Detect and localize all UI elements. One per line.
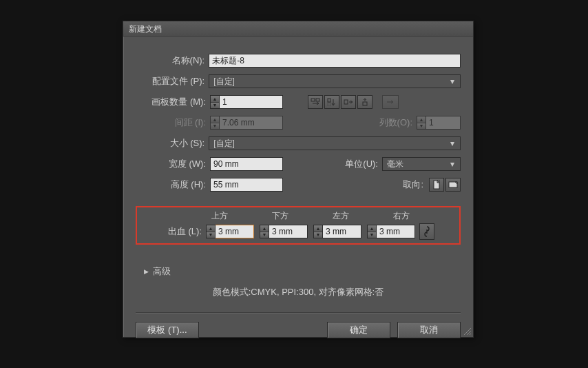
- profile-value: [自定]: [213, 76, 235, 88]
- bleed-right-input[interactable]: [377, 225, 415, 238]
- height-input[interactable]: [210, 178, 283, 192]
- svg-rect-2: [328, 99, 330, 102]
- columns-spinner: ▲▼: [417, 116, 461, 130]
- bleed-header-right: 右方: [393, 210, 454, 222]
- bleed-section-highlight: 上方 下方 左方 右方 出血 (L): ▲▼ ▲▼ ▲▼: [136, 206, 461, 245]
- bleed-header-left: 左方: [333, 210, 393, 222]
- spinner-buttons[interactable]: ▲▼: [367, 225, 377, 238]
- templates-button[interactable]: 模板 (T)...: [136, 322, 199, 338]
- artboards-spinner[interactable]: ▲▼: [210, 95, 283, 109]
- resize-grip-icon[interactable]: [462, 326, 472, 336]
- ok-button[interactable]: 确定: [327, 322, 390, 338]
- svg-rect-1: [316, 99, 319, 101]
- bleed-header-bottom: 下方: [272, 210, 333, 222]
- spacing-input: [220, 116, 283, 130]
- color-mode-info: 颜色模式:CMYK, PPI:300, 对齐像素网格:否: [123, 286, 473, 298]
- profile-dropdown[interactable]: [自定] ▾: [209, 74, 461, 88]
- dialog-titlebar[interactable]: 新建文档: [123, 21, 473, 37]
- chevron-down-icon: ▾: [448, 159, 457, 169]
- arrange-single-icon[interactable]: [382, 95, 399, 109]
- arrange-right-icon[interactable]: [341, 95, 356, 109]
- label-units: 单位(U):: [335, 158, 382, 170]
- label-columns: 列数(O):: [370, 116, 417, 129]
- bleed-headers: 上方 下方 左方 右方: [137, 210, 454, 222]
- bleed-top-input[interactable]: [216, 225, 254, 238]
- label-advanced: 高级: [153, 265, 171, 278]
- bleed-bottom-input[interactable]: [269, 225, 308, 238]
- row-name: 名称(N):: [136, 50, 461, 71]
- svg-rect-3: [328, 103, 330, 106]
- button-row: 模板 (T)... 确定 取消: [136, 322, 461, 338]
- row-height: 高度 (H): 取向:: [136, 174, 461, 195]
- row-spacing: 间距 (I): ▲▼ 列数(O): ▲▼: [136, 112, 461, 133]
- label-spacing: 间距 (I):: [136, 116, 210, 129]
- row-profile: 配置文件 (P): [自定] ▾: [136, 71, 461, 92]
- svg-line-10: [470, 334, 471, 335]
- spacing-spinner: ▲▼: [210, 116, 283, 130]
- name-input[interactable]: [209, 54, 461, 68]
- arrange-up-icon[interactable]: [357, 95, 372, 109]
- orientation-portrait-icon[interactable]: [429, 178, 444, 192]
- bleed-top-spinner[interactable]: ▲▼: [206, 225, 254, 238]
- label-artboards: 画板数量 (M):: [136, 96, 210, 108]
- bleed-bottom-spinner[interactable]: ▲▼: [260, 225, 308, 238]
- dialog-title: 新建文档: [129, 24, 162, 34]
- label-height: 高度 (H):: [136, 178, 210, 191]
- label-orientation: 取向:: [393, 178, 428, 191]
- divider: [136, 312, 461, 314]
- chevron-down-icon: ▾: [448, 139, 457, 148]
- columns-input: [426, 116, 461, 130]
- label-width: 宽度 (W):: [136, 158, 210, 170]
- svg-rect-5: [363, 102, 367, 105]
- new-document-dialog: 新建文档 名称(N): 配置文件 (P): [自定] ▾ 画板数量 (M): ▲…: [123, 21, 474, 338]
- spinner-buttons[interactable]: ▲▼: [313, 225, 323, 238]
- chevron-down-icon: ▾: [448, 76, 457, 86]
- bleed-left-input[interactable]: [323, 225, 361, 238]
- label-name: 名称(N):: [136, 54, 209, 67]
- width-input[interactable]: [210, 157, 283, 171]
- bleed-left-spinner[interactable]: ▲▼: [313, 225, 361, 238]
- units-value: 毫米: [387, 159, 403, 170]
- row-width: 宽度 (W): 单位(U): 毫米 ▾: [136, 154, 461, 174]
- spinner-buttons: ▲▼: [210, 116, 220, 130]
- row-artboards: 画板数量 (M): ▲▼: [136, 92, 461, 112]
- spinner-buttons[interactable]: ▲▼: [206, 225, 216, 238]
- row-bleed: 出血 (L): ▲▼ ▲▼ ▲▼ ▲▼: [137, 223, 454, 240]
- cancel-button[interactable]: 取消: [397, 322, 461, 338]
- label-size: 大小 (S):: [136, 137, 209, 150]
- disclosure-triangle-icon: ▶: [144, 268, 149, 275]
- spinner-buttons[interactable]: ▲▼: [260, 225, 269, 238]
- grid-by-row-icon[interactable]: [308, 95, 323, 109]
- dialog-body: 名称(N): 配置文件 (P): [自定] ▾ 画板数量 (M): ▲▼: [123, 37, 473, 195]
- size-dropdown[interactable]: [自定] ▾: [209, 136, 461, 150]
- artboards-input[interactable]: [220, 95, 283, 109]
- units-dropdown[interactable]: 毫米 ▾: [382, 157, 461, 171]
- row-size: 大小 (S): [自定] ▾: [136, 133, 461, 154]
- spinner-buttons[interactable]: ▲▼: [210, 95, 220, 109]
- label-profile: 配置文件 (P):: [136, 75, 209, 88]
- bleed-right-spinner[interactable]: ▲▼: [367, 225, 415, 238]
- label-bleed: 出血 (L):: [137, 225, 206, 238]
- svg-rect-4: [344, 100, 348, 104]
- orientation-landscape-icon[interactable]: [445, 178, 461, 192]
- link-values-icon[interactable]: [419, 223, 434, 240]
- advanced-disclosure[interactable]: ▶ 高级: [144, 265, 171, 278]
- spinner-buttons: ▲▼: [417, 116, 426, 130]
- svg-rect-0: [311, 99, 315, 101]
- grid-by-column-icon[interactable]: [324, 95, 339, 109]
- bleed-header-top: 上方: [211, 210, 272, 222]
- size-value: [自定]: [213, 138, 235, 150]
